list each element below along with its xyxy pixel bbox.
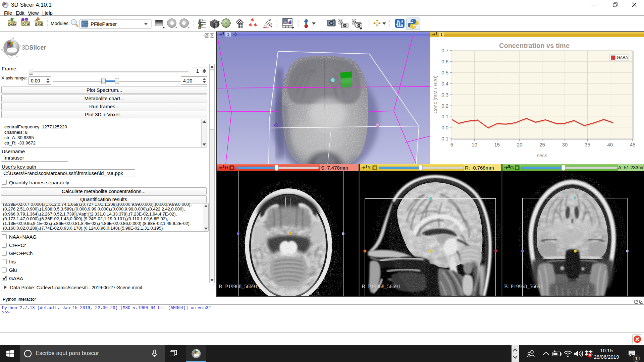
svg-text:15: 15: [494, 142, 500, 147]
svg-text:R: -0.768mm: R: -0.768mm: [465, 165, 494, 171]
svg-text:0.7: 0.7: [441, 48, 448, 53]
svg-text:40: 40: [607, 142, 613, 147]
svg-text:GABA: GABA: [617, 55, 628, 60]
svg-text:0.6: 0.6: [441, 59, 448, 64]
svg-text:DATA: DATA: [9, 23, 16, 26]
svg-text:B: P19968_56691: B: P19968_56691: [362, 284, 400, 289]
svg-text:1: 1: [440, 32, 443, 37]
svg-text:PFileParser: PFileParser: [91, 21, 117, 27]
svg-text:SAVE: SAVE: [36, 23, 43, 26]
svg-text:0.1: 0.1: [441, 114, 448, 119]
svg-text:25: 25: [539, 142, 545, 147]
svg-text:45: 45: [630, 142, 636, 147]
svg-text:Modules:: Modules:: [51, 21, 70, 26]
svg-text:secs: secs: [537, 153, 547, 158]
svg-text:B: P19968_56691: B: P19968_56691: [504, 284, 543, 289]
svg-text:S: 7.478mm: S: 7.478mm: [321, 165, 348, 171]
svg-text:Template: Template: [82, 25, 89, 27]
svg-text:Concentration vs time: Concentration vs time: [499, 42, 570, 49]
svg-text:Loadable: Loadable: [82, 23, 89, 25]
svg-text:0.3: 0.3: [441, 92, 448, 98]
svg-text:A: 51.233mm: A: 51.233mm: [618, 165, 644, 170]
svg-text:10: 10: [472, 142, 477, 147]
svg-text:G: G: [510, 165, 514, 170]
svg-text:B: P19968_56691: B: P19968_56691: [219, 284, 258, 289]
svg-text:R: R: [225, 165, 228, 170]
svg-text:0.5: 0.5: [441, 70, 448, 75]
svg-text:20: 20: [517, 142, 523, 147]
svg-text:30: 30: [562, 142, 568, 147]
svg-text:1: 1: [227, 32, 229, 37]
svg-text:0.4: 0.4: [441, 81, 448, 86]
svg-text:Conc (mM / H20): Conc (mM / H20): [432, 75, 438, 114]
svg-text:Y: Y: [368, 165, 371, 170]
svg-text:-0.1: -0.1: [440, 136, 448, 141]
svg-text:35: 35: [585, 142, 590, 147]
svg-text:0.0: 0.0: [441, 125, 448, 130]
svg-text:5: 5: [450, 142, 453, 147]
svg-text:3DSlicer: 3DSlicer: [22, 44, 46, 51]
svg-text:DCM: DCM: [22, 23, 29, 26]
svg-text:1: 1: [635, 356, 637, 361]
svg-text:Scripted: Scripted: [82, 21, 88, 23]
svg-text:0.2: 0.2: [441, 103, 448, 109]
